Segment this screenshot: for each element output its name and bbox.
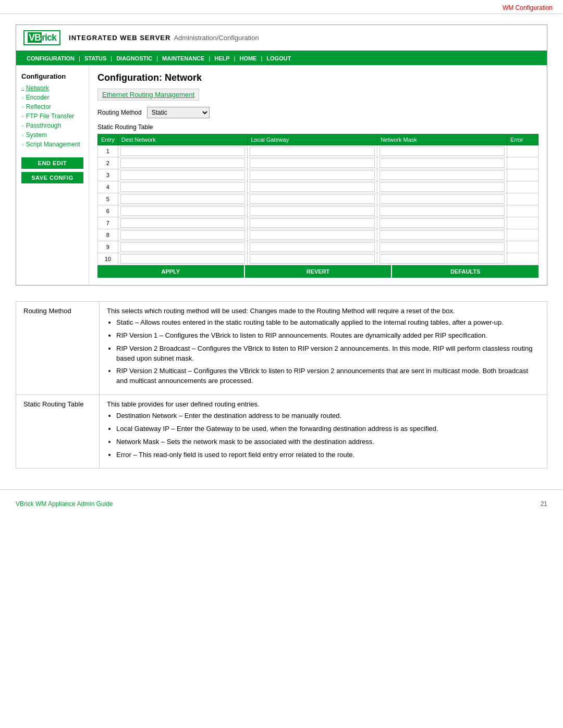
row-gateway-9[interactable] bbox=[248, 241, 377, 253]
sidebar-item-script[interactable]: Script Management bbox=[21, 141, 83, 148]
local-gateway-input-6[interactable] bbox=[250, 206, 375, 216]
apply-button[interactable]: APPLY bbox=[97, 265, 244, 278]
row-gateway-8[interactable] bbox=[248, 229, 377, 241]
ws-panel: VBrick INTEGRATED WEB SERVER Administrat… bbox=[16, 24, 547, 286]
page-title: Configuration: Network bbox=[97, 72, 538, 83]
row-mask-7[interactable] bbox=[377, 217, 507, 229]
defaults-button[interactable]: DEFAULTS bbox=[392, 265, 538, 278]
row-gateway-10[interactable] bbox=[248, 253, 377, 265]
table-row: 7 bbox=[98, 217, 538, 229]
local-gateway-input-3[interactable] bbox=[250, 170, 375, 180]
network-mask-input-7[interactable] bbox=[380, 218, 505, 228]
dest-network-input-3[interactable] bbox=[120, 170, 246, 180]
network-mask-input-5[interactable] bbox=[380, 194, 505, 204]
sidebar-item-ftp[interactable]: FTP File Transfer bbox=[21, 113, 83, 120]
routing-method-select[interactable]: Static RIP Version 1 RIP Version 2 Broad… bbox=[147, 107, 210, 118]
dest-network-input-8[interactable] bbox=[120, 230, 246, 240]
row-entry-4: 4 bbox=[98, 181, 118, 193]
row-dest-4[interactable] bbox=[118, 181, 248, 193]
network-mask-input-3[interactable] bbox=[380, 170, 505, 180]
network-mask-input-8[interactable] bbox=[380, 230, 505, 240]
row-mask-2[interactable] bbox=[377, 157, 507, 169]
row-mask-4[interactable] bbox=[377, 181, 507, 193]
row-mask-3[interactable] bbox=[377, 169, 507, 181]
network-mask-input-1[interactable] bbox=[380, 146, 505, 156]
dest-network-input-5[interactable] bbox=[120, 194, 246, 204]
sidebar-item-reflector[interactable]: Reflector bbox=[21, 103, 83, 110]
sidebar-item-network[interactable]: Network bbox=[21, 84, 83, 92]
footer-right: 21 bbox=[541, 500, 547, 508]
save-config-button[interactable]: SAVE CONFIG bbox=[21, 172, 83, 183]
revert-button[interactable]: REVERT bbox=[245, 265, 391, 278]
row-gateway-2[interactable] bbox=[248, 157, 377, 169]
row-dest-7[interactable] bbox=[118, 217, 248, 229]
top-bar-link[interactable]: WM Configuration bbox=[503, 4, 553, 11]
row-gateway-4[interactable] bbox=[248, 181, 377, 193]
row-error-3 bbox=[507, 169, 538, 181]
nav-maintenance[interactable]: MAINTENANCE bbox=[159, 54, 207, 63]
row-error-10 bbox=[507, 253, 538, 265]
local-gateway-input-5[interactable] bbox=[250, 194, 375, 204]
routing-method-row: Routing Method Static RIP Version 1 RIP … bbox=[97, 107, 538, 118]
local-gateway-input-9[interactable] bbox=[250, 242, 375, 252]
dest-network-input-9[interactable] bbox=[120, 242, 246, 252]
row-gateway-5[interactable] bbox=[248, 193, 377, 205]
row-gateway-3[interactable] bbox=[248, 169, 377, 181]
col-local-gateway: Local Gateway bbox=[248, 134, 377, 145]
row-gateway-1[interactable] bbox=[248, 145, 377, 157]
ethernet-link[interactable]: Ethernet Routing Management bbox=[97, 89, 199, 101]
dest-network-input-10[interactable] bbox=[120, 254, 246, 264]
dest-network-input-1[interactable] bbox=[120, 146, 246, 156]
local-gateway-input-7[interactable] bbox=[250, 218, 375, 228]
desc-bullet: RIP Version 2 Broadcast – Configures the… bbox=[116, 344, 540, 364]
nav-configuration[interactable]: CONFIGURATION bbox=[23, 54, 78, 63]
row-dest-2[interactable] bbox=[118, 157, 248, 169]
local-gateway-input-2[interactable] bbox=[250, 158, 375, 168]
row-dest-5[interactable] bbox=[118, 193, 248, 205]
sidebar-item-system[interactable]: System bbox=[21, 131, 83, 139]
local-gateway-input-4[interactable] bbox=[250, 182, 375, 192]
row-mask-8[interactable] bbox=[377, 229, 507, 241]
row-dest-1[interactable] bbox=[118, 145, 248, 157]
row-entry-2: 2 bbox=[98, 157, 118, 169]
local-gateway-input-10[interactable] bbox=[250, 254, 375, 264]
panel-body: Configuration Network Encoder Reflector … bbox=[16, 65, 547, 285]
network-mask-input-6[interactable] bbox=[380, 206, 505, 216]
row-gateway-6[interactable] bbox=[248, 205, 377, 217]
network-mask-input-2[interactable] bbox=[380, 158, 505, 168]
network-mask-input-9[interactable] bbox=[380, 242, 505, 252]
dest-network-input-7[interactable] bbox=[120, 218, 246, 228]
row-mask-9[interactable] bbox=[377, 241, 507, 253]
dest-network-input-2[interactable] bbox=[120, 158, 246, 168]
sidebar: Configuration Network Encoder Reflector … bbox=[16, 65, 89, 285]
nav-logout[interactable]: LOGOUT bbox=[263, 54, 294, 63]
ws-header: VBrick INTEGRATED WEB SERVER Administrat… bbox=[16, 25, 547, 52]
nav-diagnostic[interactable]: DIAGNOSTIC bbox=[113, 54, 155, 63]
network-mask-input-4[interactable] bbox=[380, 182, 505, 192]
row-gateway-7[interactable] bbox=[248, 217, 377, 229]
vbrick-logo: VBrick bbox=[23, 30, 60, 45]
row-mask-1[interactable] bbox=[377, 145, 507, 157]
desc-list-0: Static – Allows routes entered in the st… bbox=[116, 318, 540, 386]
row-mask-5[interactable] bbox=[377, 193, 507, 205]
row-dest-8[interactable] bbox=[118, 229, 248, 241]
row-dest-9[interactable] bbox=[118, 241, 248, 253]
row-mask-6[interactable] bbox=[377, 205, 507, 217]
end-edit-button[interactable]: END EDIT bbox=[21, 157, 83, 169]
row-error-6 bbox=[507, 205, 538, 217]
nav-status[interactable]: STATUS bbox=[81, 54, 109, 63]
row-dest-10[interactable] bbox=[118, 253, 248, 265]
nav-home[interactable]: HOME bbox=[236, 54, 260, 63]
local-gateway-input-8[interactable] bbox=[250, 230, 375, 240]
dest-network-input-4[interactable] bbox=[120, 182, 246, 192]
row-dest-6[interactable] bbox=[118, 205, 248, 217]
dest-network-input-6[interactable] bbox=[120, 206, 246, 216]
table-row: 5 bbox=[98, 193, 538, 205]
network-mask-input-10[interactable] bbox=[380, 254, 505, 264]
row-mask-10[interactable] bbox=[377, 253, 507, 265]
local-gateway-input-1[interactable] bbox=[250, 146, 375, 156]
sidebar-item-encoder[interactable]: Encoder bbox=[21, 94, 83, 101]
sidebar-item-passthrough[interactable]: Passthrough bbox=[21, 122, 83, 129]
nav-help[interactable]: HELP bbox=[211, 54, 232, 63]
row-dest-3[interactable] bbox=[118, 169, 248, 181]
